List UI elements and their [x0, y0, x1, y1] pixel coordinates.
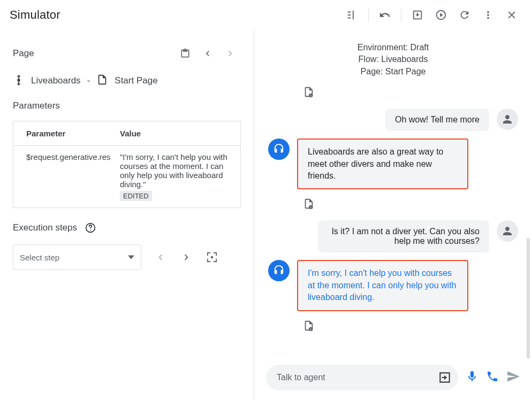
toolbar — [341, 4, 522, 26]
response-info-icon[interactable]: i — [303, 320, 518, 334]
clipboard-icon[interactable] — [174, 43, 196, 64]
step-prev-icon[interactable] — [150, 247, 171, 268]
close-icon[interactable] — [501, 4, 522, 26]
mic-icon[interactable] — [466, 370, 478, 385]
select-placeholder: Select step — [20, 253, 59, 262]
chevron-left-icon[interactable] — [197, 43, 218, 64]
talk-input[interactable]: Talk to agent — [266, 365, 458, 390]
flow-icon — [13, 74, 25, 88]
more-icon[interactable] — [477, 4, 499, 26]
execution-steps-label: Execution steps — [13, 222, 77, 233]
panel-toggle-icon[interactable] — [341, 4, 363, 26]
response-info-icon[interactable]: i — [303, 198, 518, 212]
separator — [368, 9, 369, 21]
th-parameter: Parameter — [26, 129, 120, 138]
param-value: "I'm sorry, I can't help you with course… — [120, 152, 227, 189]
response-info-icon[interactable]: i — [303, 86, 518, 100]
separator — [401, 9, 401, 21]
help-icon[interactable] — [85, 222, 96, 234]
agent-avatar-icon — [268, 260, 290, 281]
breadcrumb-page[interactable]: Start Page — [115, 75, 157, 86]
th-value: Value — [120, 129, 227, 138]
send-icon[interactable] — [506, 370, 520, 386]
submit-icon[interactable] — [438, 371, 452, 384]
agent-avatar-icon — [268, 139, 290, 160]
page-section-label: Page — [13, 48, 34, 59]
parameters-label: Parameters — [13, 101, 241, 111]
select-step[interactable]: Select step — [13, 244, 141, 270]
table-row[interactable]: $request.generative.res "I'm sorry, I ca… — [13, 145, 240, 207]
user-message: Oh wow! Tell me more — [385, 109, 489, 131]
refresh-icon[interactable] — [454, 4, 475, 26]
agent-message: Liveaboards are also a great way to meet… — [297, 139, 468, 189]
scrollbar[interactable] — [527, 238, 530, 358]
breadcrumb-flow[interactable]: Liveaboards — [31, 75, 81, 86]
phone-icon[interactable] — [486, 370, 499, 385]
page-line: Page: Start Page — [254, 66, 532, 78]
user-message: Is it? I am not a diver yet. Can you als… — [318, 220, 489, 252]
page-icon — [96, 74, 108, 88]
agent-message-edited: I'm sorry, I can't help you with courses… — [297, 260, 468, 311]
undo-icon[interactable] — [374, 4, 396, 26]
parameters-table: Parameter Value $request.generative.res … — [13, 121, 241, 208]
play-icon[interactable] — [430, 4, 452, 26]
chevron-right-icon[interactable] — [219, 43, 241, 64]
download-icon[interactable] — [407, 4, 428, 26]
svg-point-1 — [90, 229, 91, 230]
step-next-icon[interactable] — [176, 247, 197, 268]
simulator-title: Simulator — [10, 8, 60, 22]
user-avatar-icon — [497, 109, 518, 130]
input-placeholder: Talk to agent — [277, 373, 438, 382]
breadcrumb: Liveaboards - Start Page — [13, 74, 241, 88]
focus-icon[interactable] — [201, 247, 223, 268]
flow-line: Flow: Liveaboards — [254, 53, 532, 65]
env-line: Environment: Draft — [254, 42, 532, 53]
user-avatar-icon — [497, 220, 518, 242]
edited-badge: EDITED — [120, 191, 152, 201]
breadcrumb-sep: - — [87, 75, 90, 86]
param-name: $request.generative.res — [26, 152, 120, 201]
svg-point-2 — [211, 256, 214, 259]
